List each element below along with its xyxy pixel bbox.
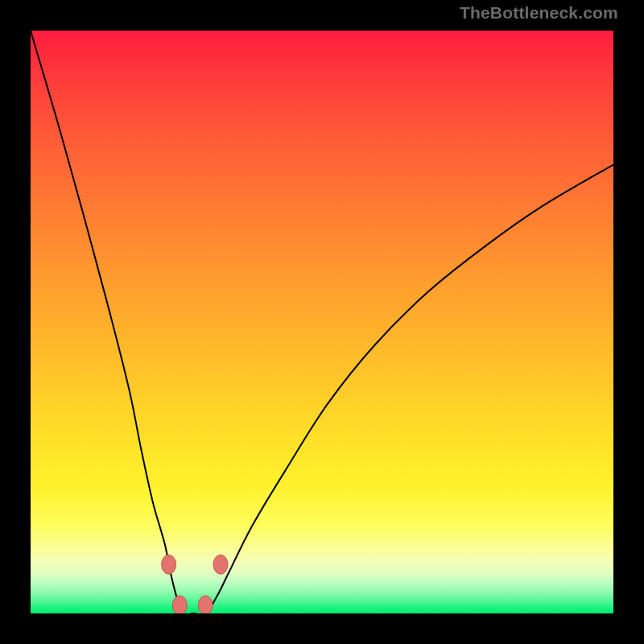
- bottleneck-curve: [31, 31, 613, 613]
- chart-plot-area: [31, 31, 613, 613]
- chart-svg: [31, 31, 613, 613]
- chart-frame: TheBottleneck.com: [0, 0, 644, 644]
- curve-marker: [162, 555, 176, 574]
- attribution-text: TheBottleneck.com: [460, 3, 618, 23]
- curve-marker: [172, 596, 187, 613]
- curve-marker: [213, 555, 228, 574]
- curve-path: [31, 31, 613, 613]
- curve-marker: [198, 596, 213, 613]
- curve-markers: [162, 555, 228, 613]
